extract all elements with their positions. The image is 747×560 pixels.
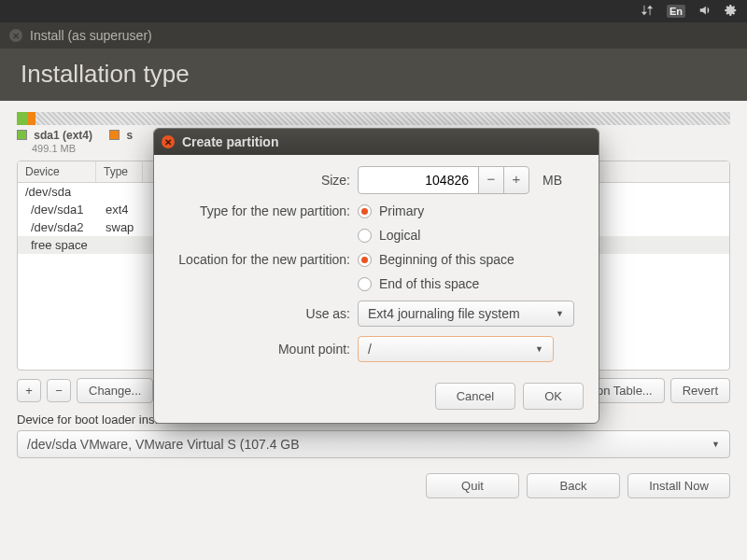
radio-icon [358,253,372,267]
chevron-down-icon: ▼ [712,440,720,449]
location-label: Location for the new partition: [154,252,358,267]
use-as-select[interactable]: Ext4 journaling file system ▼ [358,301,574,327]
partition-type-logical[interactable]: Logical [358,228,420,243]
page-title: Installation type [0,49,747,101]
legend-sda2-label: s [126,129,133,142]
size-plus-button[interactable]: + [503,166,529,194]
location-beginning[interactable]: Beginning of this space [358,252,514,267]
dialog-header: ✕ Create partition [154,129,599,155]
network-icon[interactable] [641,4,654,20]
partition-type-primary[interactable]: Primary [358,203,424,218]
create-partition-dialog: ✕ Create partition Size: − + MB Type for… [153,128,599,424]
system-panel: En [0,0,747,22]
swatch-sda1 [17,130,27,140]
size-minus-button[interactable]: − [478,166,504,194]
language-indicator[interactable]: En [667,5,685,18]
close-icon[interactable]: ✕ [9,29,22,42]
radio-icon [358,229,372,243]
chevron-down-icon: ▼ [556,309,564,318]
cancel-button[interactable]: Cancel [435,383,515,410]
size-input[interactable] [358,166,479,194]
disk-usage-bar [17,112,730,125]
gear-icon[interactable] [725,4,738,20]
swatch-sda2 [109,130,120,140]
boot-device-select[interactable]: /dev/sda VMware, VMware Virtual S (107.4… [17,430,730,458]
volume-icon[interactable] [698,4,712,20]
mount-point-select[interactable]: / ▼ [358,336,554,362]
remove-partition-button[interactable]: − [47,379,71,402]
size-label: Size: [154,173,358,188]
radio-icon [358,277,372,291]
add-partition-button[interactable]: + [17,379,41,402]
disk-seg-sda1 [17,112,28,125]
ok-button[interactable]: OK [523,383,584,410]
location-end[interactable]: End of this space [358,276,479,291]
install-button[interactable]: Install Now [627,473,730,498]
disk-seg-sda2 [28,112,35,125]
radio-icon [358,204,372,218]
use-as-label: Use as: [154,306,358,321]
revert-button[interactable]: Revert [670,378,730,403]
dialog-title: Create partition [182,134,278,149]
window-header: ✕ Install (as superuser) [0,22,747,49]
mount-point-label: Mount point: [154,342,358,357]
size-unit: MB [543,173,562,188]
back-button[interactable]: Back [527,473,620,498]
dialog-close-icon[interactable]: ✕ [162,135,175,148]
quit-button[interactable]: Quit [426,473,519,498]
type-label: Type for the new partition: [154,203,358,218]
footer-buttons: Quit Back Install Now [0,458,747,513]
legend-sda1-label: sda1 (ext4) [34,129,92,142]
window-title: Install (as superuser) [30,28,152,43]
change-button[interactable]: Change... [77,378,153,403]
chevron-down-icon: ▼ [535,344,543,354]
legend-sda1-sub: 499.1 MB [32,143,76,154]
